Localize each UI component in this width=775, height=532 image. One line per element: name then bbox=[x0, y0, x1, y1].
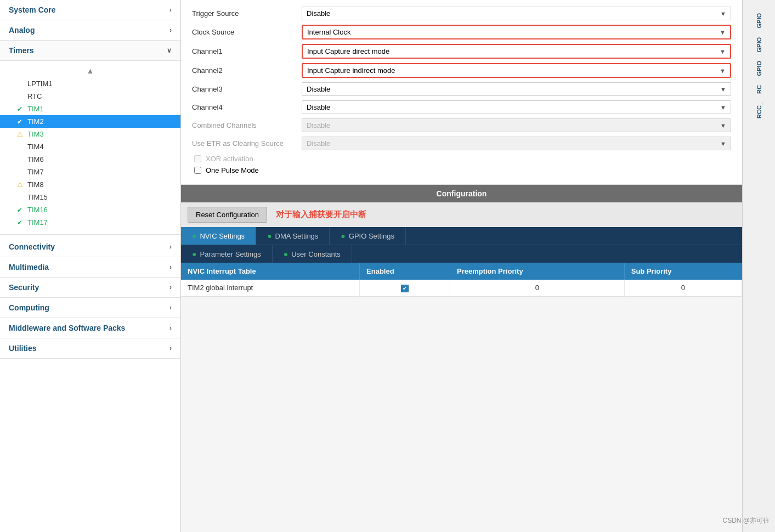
tim7-label: TIM7 bbox=[27, 168, 44, 176]
tab-check-icon: ● bbox=[192, 231, 196, 240]
tim8-label: TIM8 bbox=[27, 180, 44, 189]
sidebar-item-tim8[interactable]: ⚠ TIM8 bbox=[0, 178, 180, 191]
tab-gpio-label: GPIO Settings bbox=[349, 232, 394, 240]
trigger-source-row: Trigger Source Disable ▼ bbox=[192, 7, 731, 20]
dropdown-arrow-icon: ▼ bbox=[720, 67, 726, 74]
sidebar-item-analog[interactable]: Analog › bbox=[0, 20, 180, 41]
warn-icon: ⚠ bbox=[15, 181, 24, 189]
sidebar-item-multimedia[interactable]: Multimedia › bbox=[0, 257, 180, 278]
sidebar-item-rtc[interactable]: RTC bbox=[0, 90, 180, 103]
chevron-right-icon: › bbox=[169, 26, 172, 34]
sidebar-item-computing[interactable]: Computing › bbox=[0, 298, 180, 318]
sidebar-item-middleware[interactable]: Middleware and Software Packs › bbox=[0, 318, 180, 338]
tab-nvic-settings[interactable]: ● NVIC Settings bbox=[181, 227, 256, 245]
status-icon-none bbox=[15, 156, 24, 163]
dropdown-arrow-icon: ▼ bbox=[720, 122, 726, 129]
right-panel-item-gpio1[interactable]: GPIO bbox=[755, 11, 763, 31]
nvic-sub-priority: 0 bbox=[624, 280, 742, 296]
system-core-label: System Core bbox=[9, 5, 56, 14]
right-panel-item-gpio2[interactable]: GPIO bbox=[755, 35, 763, 55]
sidebar-item-tim1[interactable]: ✔ TIM1 bbox=[0, 103, 180, 115]
combined-channels-row: Combined Channels Disable ▼ bbox=[192, 118, 731, 132]
sidebar-item-tim15[interactable]: TIM15 bbox=[0, 191, 180, 203]
sidebar-item-utilities[interactable]: Utilities › bbox=[0, 338, 180, 359]
tab-parameter-label: Parameter Settings bbox=[200, 250, 261, 258]
sidebar-item-tim2[interactable]: ✔ TIM2 bbox=[0, 115, 180, 128]
dropdown-arrow-icon: ▼ bbox=[720, 29, 726, 36]
sidebar-item-tim7[interactable]: TIM7 bbox=[0, 166, 180, 178]
tab-dma-settings[interactable]: ● DMA Settings bbox=[256, 227, 330, 245]
channel3-label: Channel3 bbox=[192, 85, 302, 93]
status-icon-none bbox=[15, 194, 24, 201]
chevron-down-icon: ∨ bbox=[167, 47, 172, 54]
channel1-select[interactable]: Input Capture direct mode ▼ bbox=[302, 44, 731, 59]
tab-check-icon: ● bbox=[341, 231, 345, 240]
channel1-label: Channel1 bbox=[192, 47, 302, 55]
channel3-select[interactable]: Disable ▼ bbox=[302, 82, 731, 96]
xor-activation-checkbox[interactable] bbox=[194, 155, 201, 162]
mode-settings-panel: Trigger Source Disable ▼ Clock Source In… bbox=[181, 0, 742, 185]
check-icon: ✔ bbox=[15, 219, 24, 227]
one-pulse-mode-checkbox[interactable] bbox=[194, 167, 201, 174]
channel2-select[interactable]: Input Capture indirect mode ▼ bbox=[302, 63, 731, 78]
use-etr-value: Disable bbox=[307, 139, 330, 148]
check-icon: ✔ bbox=[15, 105, 24, 113]
channel1-row: Channel1 Input Capture direct mode ▼ bbox=[192, 44, 731, 59]
channel4-select[interactable]: Disable ▼ bbox=[302, 100, 731, 114]
sidebar-item-tim6[interactable]: TIM6 bbox=[0, 153, 180, 166]
right-panel-item-gpio3[interactable]: GPIO bbox=[755, 59, 763, 78]
nvic-table-header-row: NVIC Interrupt Table Enabled Preemption … bbox=[181, 263, 742, 280]
reset-configuration-button[interactable]: Reset Configuration bbox=[188, 207, 267, 223]
configuration-panel: Configuration Reset Configuration 对于输入捕获… bbox=[181, 185, 742, 532]
tab-user-constants[interactable]: ● User Constants bbox=[273, 245, 352, 263]
watermark: CSDN @亦可往 bbox=[722, 516, 770, 525]
chevron-right-icon: › bbox=[169, 304, 172, 312]
status-icon-none bbox=[15, 168, 24, 176]
nvic-enabled-checkbox[interactable]: ✔ bbox=[401, 285, 409, 292]
right-panel-item-rcc[interactable]: RCC_ bbox=[755, 100, 763, 121]
sidebar-item-tim16[interactable]: ✔ TIM16 bbox=[0, 203, 180, 216]
sidebar-item-tim17[interactable]: ✔ TIM17 bbox=[0, 216, 180, 229]
right-panel: GPIO GPIO GPIO RC RCC_ bbox=[742, 0, 775, 532]
multimedia-label: Multimedia bbox=[9, 263, 49, 271]
computing-label: Computing bbox=[9, 303, 49, 312]
chevron-right-icon: › bbox=[169, 324, 172, 332]
chevron-right-icon: › bbox=[169, 243, 172, 251]
tab-parameter-settings[interactable]: ● Parameter Settings bbox=[181, 245, 273, 263]
right-panel-item-rc[interactable]: RC bbox=[755, 83, 763, 96]
tab-check-icon: ● bbox=[192, 250, 196, 258]
nvic-enabled-cell[interactable]: ✔ bbox=[360, 280, 450, 296]
combined-channels-select[interactable]: Disable ▼ bbox=[302, 118, 731, 132]
sidebar-item-system-core[interactable]: System Core › bbox=[0, 0, 180, 20]
use-etr-select[interactable]: Disable ▼ bbox=[302, 137, 731, 150]
check-icon: ✔ bbox=[15, 118, 24, 126]
sidebar-item-connectivity[interactable]: Connectivity › bbox=[0, 237, 180, 257]
config-actions-bar: Reset Configuration 对于输入捕获要开启中断 bbox=[181, 202, 742, 227]
dropdown-arrow-icon: ▼ bbox=[720, 86, 726, 93]
rtc-label: RTC bbox=[27, 92, 42, 100]
clock-source-select[interactable]: Internal Clock ▼ bbox=[302, 25, 731, 39]
combined-channels-label: Combined Channels bbox=[192, 121, 302, 129]
tab-gpio-settings[interactable]: ● GPIO Settings bbox=[330, 227, 406, 245]
channel4-label: Channel4 bbox=[192, 103, 302, 111]
check-icon: ✔ bbox=[15, 206, 24, 214]
use-etr-row: Use ETR as Clearing Source Disable ▼ bbox=[192, 137, 731, 150]
timers-expand-arrow[interactable]: ▲ bbox=[0, 64, 180, 77]
channel4-row: Channel4 Disable ▼ bbox=[192, 100, 731, 114]
combined-channels-value: Disable bbox=[307, 121, 330, 129]
tabs-row-2: ● Parameter Settings ● User Constants bbox=[181, 245, 742, 263]
tim16-label: TIM16 bbox=[27, 206, 48, 214]
xor-activation-label: XOR activation bbox=[206, 155, 253, 163]
channel2-row: Channel2 Input Capture indirect mode ▼ bbox=[192, 63, 731, 78]
sidebar-item-tim4[interactable]: TIM4 bbox=[0, 140, 180, 153]
sidebar-item-security[interactable]: Security › bbox=[0, 278, 180, 298]
channel4-value: Disable bbox=[307, 103, 330, 111]
tim2-label: TIM2 bbox=[27, 117, 44, 126]
status-icon-none bbox=[15, 80, 24, 88]
sidebar-item-tim3[interactable]: ⚠ TIM3 bbox=[0, 128, 180, 140]
sidebar-item-timers[interactable]: Timers ∨ bbox=[0, 41, 180, 61]
channel3-row: Channel3 Disable ▼ bbox=[192, 82, 731, 96]
one-pulse-mode-label: One Pulse Mode bbox=[206, 166, 259, 174]
sidebar-item-lptim1[interactable]: LPTIM1 bbox=[0, 77, 180, 90]
trigger-source-select[interactable]: Disable ▼ bbox=[302, 7, 731, 20]
